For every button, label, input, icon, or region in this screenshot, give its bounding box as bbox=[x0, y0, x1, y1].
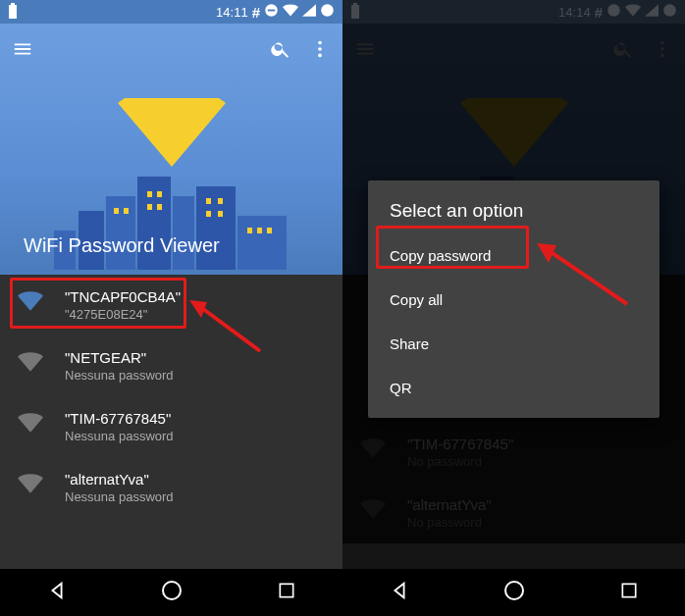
app-header: WiFi Password Viewer bbox=[0, 24, 342, 275]
option-qr[interactable]: QR bbox=[368, 366, 659, 410]
status-bar: 14:11 # bbox=[0, 0, 342, 24]
wifi-item[interactable]: "TNCAPF0CB4A" "4275E08E24" bbox=[0, 275, 342, 335]
svg-rect-21 bbox=[114, 208, 119, 214]
screenshot-left: 14:11 # bbox=[0, 0, 342, 616]
wifi-ssid: "TNCAPF0CB4A" bbox=[65, 288, 181, 305]
svg-rect-10 bbox=[147, 191, 152, 197]
wifi-item[interactable]: "TIM-67767845" Nessuna password bbox=[0, 396, 342, 457]
nav-home-icon[interactable] bbox=[160, 579, 184, 606]
app-title: WiFi Password Viewer bbox=[24, 234, 220, 257]
wifi-list: "TNCAPF0CB4A" "4275E08E24" "NETGEAR" Nes… bbox=[0, 275, 342, 518]
svg-rect-1 bbox=[268, 10, 276, 12]
wifi-icon bbox=[18, 351, 43, 373]
search-icon[interactable] bbox=[270, 38, 291, 64]
nav-recent-icon[interactable] bbox=[619, 581, 639, 604]
nav-home-icon[interactable] bbox=[502, 579, 526, 606]
svg-rect-17 bbox=[218, 211, 223, 217]
app-bar bbox=[0, 24, 342, 78]
dialog-title: Select an option bbox=[368, 180, 659, 233]
svg-rect-15 bbox=[218, 198, 223, 204]
svg-rect-6 bbox=[173, 196, 194, 270]
more-vert-icon[interactable] bbox=[309, 38, 331, 64]
dnd-icon bbox=[264, 3, 279, 21]
nav-bar bbox=[0, 569, 342, 616]
svg-rect-20 bbox=[267, 228, 272, 233]
option-share[interactable]: Share bbox=[368, 322, 659, 366]
svg-point-24 bbox=[318, 47, 322, 51]
signal-icon bbox=[302, 4, 316, 20]
options-dialog: Select an option Copy password Copy all … bbox=[368, 180, 659, 418]
svg-rect-18 bbox=[247, 228, 252, 233]
wifi-icon bbox=[18, 290, 43, 312]
nav-recent-icon[interactable] bbox=[277, 581, 296, 604]
svg-rect-8 bbox=[237, 216, 287, 270]
wifi-status-icon bbox=[283, 4, 298, 20]
nav-back-icon[interactable] bbox=[46, 580, 68, 605]
wifi-ssid: "TIM-67767845" bbox=[65, 410, 174, 427]
svg-rect-4 bbox=[106, 196, 135, 270]
menu-icon[interactable] bbox=[12, 38, 33, 64]
svg-rect-27 bbox=[280, 584, 292, 596]
svg-point-42 bbox=[505, 582, 523, 599]
wifi-ssid: "alternatYva" bbox=[65, 471, 174, 488]
svg-point-26 bbox=[163, 582, 181, 599]
hash-icon: # bbox=[252, 4, 260, 21]
wifi-icon bbox=[18, 412, 43, 434]
nav-back-icon[interactable] bbox=[389, 580, 410, 605]
option-copy-password[interactable]: Copy password bbox=[368, 233, 659, 278]
wifi-item[interactable]: "NETGEAR" Nessuna password bbox=[0, 335, 342, 396]
wifi-password: Nessuna password bbox=[65, 429, 174, 443]
battery-icon bbox=[8, 3, 18, 22]
wifi-ssid: "NETGEAR" bbox=[65, 349, 174, 366]
svg-rect-16 bbox=[206, 211, 211, 217]
screenshot-right: 14:14 # bbox=[342, 0, 685, 616]
svg-point-2 bbox=[321, 4, 334, 17]
wifi-password: Nessuna password bbox=[65, 368, 174, 383]
svg-point-25 bbox=[318, 54, 322, 58]
wifi-password: Nessuna password bbox=[65, 489, 174, 504]
nav-bar bbox=[342, 569, 685, 616]
wifi-item[interactable]: "alternatYva" Nessuna password bbox=[0, 457, 342, 518]
wifi-icon bbox=[18, 473, 43, 494]
option-copy-all[interactable]: Copy all bbox=[368, 278, 659, 322]
battery-badge-icon bbox=[320, 3, 335, 21]
svg-rect-22 bbox=[124, 208, 129, 214]
svg-rect-11 bbox=[157, 191, 162, 197]
status-time: 14:11 bbox=[216, 5, 248, 20]
svg-rect-19 bbox=[257, 228, 262, 233]
svg-rect-43 bbox=[622, 584, 635, 596]
svg-rect-12 bbox=[147, 204, 152, 210]
svg-point-23 bbox=[318, 41, 322, 45]
svg-rect-7 bbox=[196, 186, 236, 270]
wifi-password: "4275E08E24" bbox=[65, 307, 181, 322]
svg-rect-13 bbox=[157, 204, 162, 210]
svg-rect-14 bbox=[206, 198, 211, 204]
